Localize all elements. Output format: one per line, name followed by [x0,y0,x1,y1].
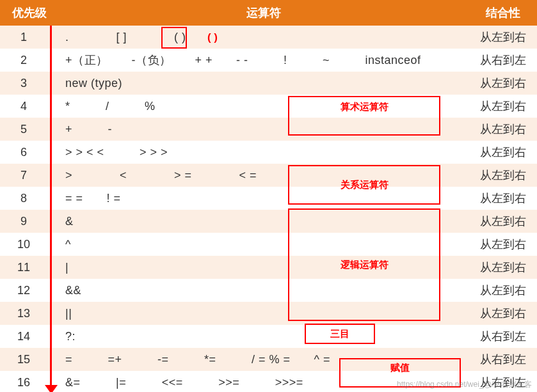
operator-precedence-table: 优先级 运算符 结合性 1. [ ] ( )从左到右2+（正） -（负） + +… [0,0,537,392]
table-row: 4* / %从左到右 [0,95,537,118]
cell-priority: 12 [0,279,59,302]
table-row: 15= =+ -= *= / = % = ^ =从右到左 [0,348,537,371]
cell-operators: new (type) [59,72,469,95]
cell-priority: 3 [0,72,59,95]
cell-priority: 4 [0,95,59,118]
table-row: 7> < > = < =从左到右 [0,164,537,187]
cell-priority: 14 [0,325,59,348]
cell-associativity: 从左到右 [469,302,537,325]
cell-operators: +（正） -（负） + + - - ! ~ instanceof [59,49,469,72]
cell-priority: 16 [0,371,59,392]
cell-operators: ?: [59,325,469,348]
table-row: 1. [ ] ( )从左到右 [0,26,537,49]
cell-operators: | [59,256,469,279]
table-row: 6> > < < > > >从左到右 [0,141,537,164]
cell-associativity: 从左到右 [469,256,537,279]
cell-associativity: 从左到右 [469,279,537,302]
cell-associativity: 从右到左 [469,348,537,371]
table-row: 10^从左到右 [0,233,537,256]
cell-priority: 10 [0,233,59,256]
col-header-operator: 运算符 [59,0,469,26]
cell-associativity: 从左到右 [469,95,537,118]
cell-priority: 5 [0,118,59,141]
cell-operators: &= |= <<= >>= >>>= [59,371,469,392]
cell-priority: 11 [0,256,59,279]
cell-associativity: 从右到左 [469,371,537,392]
table-header-row: 优先级 运算符 结合性 [0,0,537,26]
cell-operators: + - [59,118,469,141]
cell-priority: 9 [0,210,59,233]
cell-operators: > < > = < = [59,164,469,187]
table-row: 8= = ! =从左到右 [0,187,537,210]
cell-operators: * / % [59,95,469,118]
table-row: 5+ -从左到右 [0,118,537,141]
cell-associativity: 从左到右 [469,118,537,141]
cell-associativity: 从左到右 [469,26,537,49]
table-row: 12&&从左到右 [0,279,537,302]
cell-operators: > > < < > > > [59,141,469,164]
cell-associativity: 从左到右 [469,72,537,95]
table-row: 11|从左到右 [0,256,537,279]
col-header-associativity: 结合性 [469,0,537,26]
cell-priority: 7 [0,164,59,187]
cell-associativity: 从右到左 [469,49,537,72]
col-header-priority: 优先级 [0,0,59,26]
cell-operators: ^ [59,233,469,256]
table-row: 9&从左到右 [0,210,537,233]
cell-priority: 15 [0,348,59,371]
table-row: 16&= |= <<= >>= >>>=从右到左 [0,371,537,392]
cell-associativity: 从左到右 [469,210,537,233]
cell-operators: & [59,210,469,233]
cell-operators: . [ ] ( ) [59,26,469,49]
cell-priority: 1 [0,26,59,49]
cell-associativity: 从左到右 [469,141,537,164]
cell-priority: 13 [0,302,59,325]
cell-associativity: 从左到右 [469,187,537,210]
cell-priority: 6 [0,141,59,164]
cell-operators: || [59,302,469,325]
table-row: 13||从左到右 [0,302,537,325]
cell-associativity: 从右到左 [469,325,537,348]
cell-priority: 2 [0,49,59,72]
cell-priority: 8 [0,187,59,210]
cell-associativity: 从左到右 [469,164,537,187]
cell-operators: && [59,279,469,302]
table-row: 2+（正） -（负） + + - - ! ~ instanceof从右到左 [0,49,537,72]
table-row: 3new (type)从左到右 [0,72,537,95]
cell-associativity: 从左到右 [469,233,537,256]
cell-operators: = = ! = [59,187,469,210]
cell-operators: = =+ -= *= / = % = ^ = [59,348,469,371]
table-row: 14?:从右到左 [0,325,537,348]
